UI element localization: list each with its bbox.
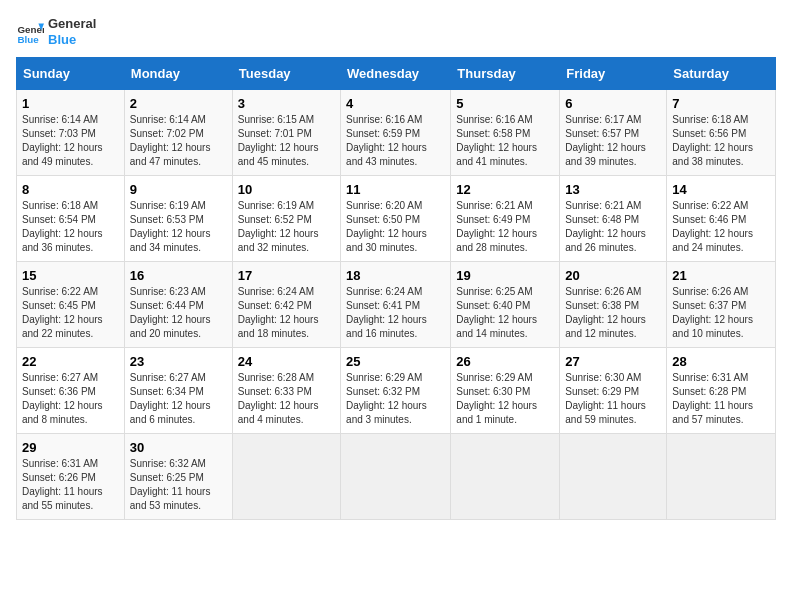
day-number: 6 bbox=[565, 96, 661, 111]
day-info: Sunrise: 6:27 AMSunset: 6:34 PMDaylight:… bbox=[130, 372, 211, 425]
calendar-cell: 30 Sunrise: 6:32 AMSunset: 6:25 PMDaylig… bbox=[124, 434, 232, 520]
calendar-cell: 5 Sunrise: 6:16 AMSunset: 6:58 PMDayligh… bbox=[451, 90, 560, 176]
day-info: Sunrise: 6:14 AMSunset: 7:03 PMDaylight:… bbox=[22, 114, 103, 167]
day-number: 30 bbox=[130, 440, 227, 455]
day-info: Sunrise: 6:22 AMSunset: 6:46 PMDaylight:… bbox=[672, 200, 753, 253]
day-info: Sunrise: 6:25 AMSunset: 6:40 PMDaylight:… bbox=[456, 286, 537, 339]
day-number: 26 bbox=[456, 354, 554, 369]
day-info: Sunrise: 6:22 AMSunset: 6:45 PMDaylight:… bbox=[22, 286, 103, 339]
calendar-table: SundayMondayTuesdayWednesdayThursdayFrid… bbox=[16, 57, 776, 520]
day-info: Sunrise: 6:31 AMSunset: 6:28 PMDaylight:… bbox=[672, 372, 753, 425]
day-info: Sunrise: 6:26 AMSunset: 6:38 PMDaylight:… bbox=[565, 286, 646, 339]
day-number: 9 bbox=[130, 182, 227, 197]
calendar-cell: 16 Sunrise: 6:23 AMSunset: 6:44 PMDaylig… bbox=[124, 262, 232, 348]
calendar-cell: 23 Sunrise: 6:27 AMSunset: 6:34 PMDaylig… bbox=[124, 348, 232, 434]
day-number: 16 bbox=[130, 268, 227, 283]
day-info: Sunrise: 6:26 AMSunset: 6:37 PMDaylight:… bbox=[672, 286, 753, 339]
calendar-cell: 15 Sunrise: 6:22 AMSunset: 6:45 PMDaylig… bbox=[17, 262, 125, 348]
day-number: 14 bbox=[672, 182, 770, 197]
logo: General Blue General Blue bbox=[16, 16, 96, 47]
calendar-cell: 24 Sunrise: 6:28 AMSunset: 6:33 PMDaylig… bbox=[232, 348, 340, 434]
day-info: Sunrise: 6:31 AMSunset: 6:26 PMDaylight:… bbox=[22, 458, 103, 511]
day-info: Sunrise: 6:20 AMSunset: 6:50 PMDaylight:… bbox=[346, 200, 427, 253]
calendar-cell: 27 Sunrise: 6:30 AMSunset: 6:29 PMDaylig… bbox=[560, 348, 667, 434]
calendar-cell: 8 Sunrise: 6:18 AMSunset: 6:54 PMDayligh… bbox=[17, 176, 125, 262]
calendar-cell: 1 Sunrise: 6:14 AMSunset: 7:03 PMDayligh… bbox=[17, 90, 125, 176]
col-header-wednesday: Wednesday bbox=[341, 58, 451, 90]
day-info: Sunrise: 6:19 AMSunset: 6:53 PMDaylight:… bbox=[130, 200, 211, 253]
calendar-cell: 12 Sunrise: 6:21 AMSunset: 6:49 PMDaylig… bbox=[451, 176, 560, 262]
calendar-cell: 25 Sunrise: 6:29 AMSunset: 6:32 PMDaylig… bbox=[341, 348, 451, 434]
day-number: 28 bbox=[672, 354, 770, 369]
calendar-cell bbox=[451, 434, 560, 520]
day-number: 21 bbox=[672, 268, 770, 283]
day-info: Sunrise: 6:23 AMSunset: 6:44 PMDaylight:… bbox=[130, 286, 211, 339]
calendar-cell: 9 Sunrise: 6:19 AMSunset: 6:53 PMDayligh… bbox=[124, 176, 232, 262]
logo-icon: General Blue bbox=[16, 18, 44, 46]
day-number: 22 bbox=[22, 354, 119, 369]
day-info: Sunrise: 6:18 AMSunset: 6:56 PMDaylight:… bbox=[672, 114, 753, 167]
day-number: 15 bbox=[22, 268, 119, 283]
day-number: 5 bbox=[456, 96, 554, 111]
calendar-cell: 26 Sunrise: 6:29 AMSunset: 6:30 PMDaylig… bbox=[451, 348, 560, 434]
calendar-cell bbox=[341, 434, 451, 520]
calendar-cell bbox=[232, 434, 340, 520]
day-number: 10 bbox=[238, 182, 335, 197]
day-number: 24 bbox=[238, 354, 335, 369]
calendar-cell: 13 Sunrise: 6:21 AMSunset: 6:48 PMDaylig… bbox=[560, 176, 667, 262]
day-info: Sunrise: 6:16 AMSunset: 6:58 PMDaylight:… bbox=[456, 114, 537, 167]
day-number: 12 bbox=[456, 182, 554, 197]
day-number: 4 bbox=[346, 96, 445, 111]
day-info: Sunrise: 6:21 AMSunset: 6:49 PMDaylight:… bbox=[456, 200, 537, 253]
day-info: Sunrise: 6:16 AMSunset: 6:59 PMDaylight:… bbox=[346, 114, 427, 167]
calendar-cell bbox=[560, 434, 667, 520]
calendar-cell: 11 Sunrise: 6:20 AMSunset: 6:50 PMDaylig… bbox=[341, 176, 451, 262]
calendar-cell bbox=[667, 434, 776, 520]
day-number: 19 bbox=[456, 268, 554, 283]
col-header-sunday: Sunday bbox=[17, 58, 125, 90]
day-number: 20 bbox=[565, 268, 661, 283]
calendar-cell: 28 Sunrise: 6:31 AMSunset: 6:28 PMDaylig… bbox=[667, 348, 776, 434]
svg-text:Blue: Blue bbox=[17, 34, 39, 45]
logo-general: General bbox=[48, 16, 96, 31]
day-number: 25 bbox=[346, 354, 445, 369]
day-info: Sunrise: 6:27 AMSunset: 6:36 PMDaylight:… bbox=[22, 372, 103, 425]
calendar-cell: 2 Sunrise: 6:14 AMSunset: 7:02 PMDayligh… bbox=[124, 90, 232, 176]
calendar-cell: 17 Sunrise: 6:24 AMSunset: 6:42 PMDaylig… bbox=[232, 262, 340, 348]
col-header-monday: Monday bbox=[124, 58, 232, 90]
day-number: 18 bbox=[346, 268, 445, 283]
calendar-cell: 21 Sunrise: 6:26 AMSunset: 6:37 PMDaylig… bbox=[667, 262, 776, 348]
calendar-cell: 3 Sunrise: 6:15 AMSunset: 7:01 PMDayligh… bbox=[232, 90, 340, 176]
calendar-cell: 4 Sunrise: 6:16 AMSunset: 6:59 PMDayligh… bbox=[341, 90, 451, 176]
header: General Blue General Blue bbox=[16, 16, 776, 47]
day-info: Sunrise: 6:32 AMSunset: 6:25 PMDaylight:… bbox=[130, 458, 211, 511]
calendar-cell: 6 Sunrise: 6:17 AMSunset: 6:57 PMDayligh… bbox=[560, 90, 667, 176]
day-info: Sunrise: 6:28 AMSunset: 6:33 PMDaylight:… bbox=[238, 372, 319, 425]
col-header-thursday: Thursday bbox=[451, 58, 560, 90]
day-number: 27 bbox=[565, 354, 661, 369]
day-number: 13 bbox=[565, 182, 661, 197]
day-number: 3 bbox=[238, 96, 335, 111]
calendar-cell: 22 Sunrise: 6:27 AMSunset: 6:36 PMDaylig… bbox=[17, 348, 125, 434]
day-number: 29 bbox=[22, 440, 119, 455]
day-number: 8 bbox=[22, 182, 119, 197]
day-info: Sunrise: 6:29 AMSunset: 6:32 PMDaylight:… bbox=[346, 372, 427, 425]
day-info: Sunrise: 6:24 AMSunset: 6:42 PMDaylight:… bbox=[238, 286, 319, 339]
day-info: Sunrise: 6:29 AMSunset: 6:30 PMDaylight:… bbox=[456, 372, 537, 425]
col-header-tuesday: Tuesday bbox=[232, 58, 340, 90]
day-info: Sunrise: 6:17 AMSunset: 6:57 PMDaylight:… bbox=[565, 114, 646, 167]
day-info: Sunrise: 6:24 AMSunset: 6:41 PMDaylight:… bbox=[346, 286, 427, 339]
day-info: Sunrise: 6:21 AMSunset: 6:48 PMDaylight:… bbox=[565, 200, 646, 253]
day-number: 1 bbox=[22, 96, 119, 111]
day-info: Sunrise: 6:19 AMSunset: 6:52 PMDaylight:… bbox=[238, 200, 319, 253]
day-info: Sunrise: 6:18 AMSunset: 6:54 PMDaylight:… bbox=[22, 200, 103, 253]
day-info: Sunrise: 6:14 AMSunset: 7:02 PMDaylight:… bbox=[130, 114, 211, 167]
calendar-cell: 19 Sunrise: 6:25 AMSunset: 6:40 PMDaylig… bbox=[451, 262, 560, 348]
col-header-saturday: Saturday bbox=[667, 58, 776, 90]
calendar-cell: 7 Sunrise: 6:18 AMSunset: 6:56 PMDayligh… bbox=[667, 90, 776, 176]
day-number: 2 bbox=[130, 96, 227, 111]
calendar-cell: 18 Sunrise: 6:24 AMSunset: 6:41 PMDaylig… bbox=[341, 262, 451, 348]
day-info: Sunrise: 6:15 AMSunset: 7:01 PMDaylight:… bbox=[238, 114, 319, 167]
calendar-cell: 20 Sunrise: 6:26 AMSunset: 6:38 PMDaylig… bbox=[560, 262, 667, 348]
day-info: Sunrise: 6:30 AMSunset: 6:29 PMDaylight:… bbox=[565, 372, 646, 425]
